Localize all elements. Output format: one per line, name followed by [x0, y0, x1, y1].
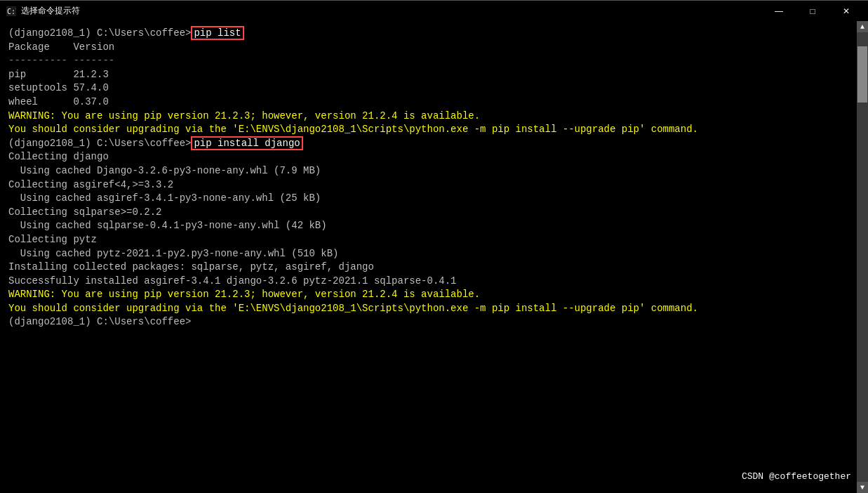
close-button[interactable]: ✕	[830, 1, 862, 22]
scroll-down-arrow[interactable]: ▼	[857, 482, 868, 493]
scroll-up-arrow[interactable]: ▲	[857, 21, 868, 32]
content-area: (django2108_1) C:\Users\coffee>pip listP…	[0, 21, 868, 493]
prompt-text: (django2108_1) C:\Users\coffee>	[8, 138, 191, 149]
scrollbar-thumb[interactable]	[857, 46, 867, 103]
terminal-line: Using cached Django-3.2.6-py3-none-any.w…	[8, 164, 848, 178]
terminal-line: Installing collected packages: sqlparse,…	[8, 261, 848, 275]
window-title: 选择命令提示符	[21, 5, 80, 17]
command-text: pip install django	[191, 136, 302, 150]
prompt-text: (django2108_1) C:\Users\coffee>	[8, 27, 191, 39]
minimize-button[interactable]: —	[763, 1, 795, 22]
terminal-line: wheel 0.37.0	[8, 96, 848, 110]
terminal-line: pip 21.2.3	[8, 68, 848, 82]
title-bar-left: C:\ 选择命令提示符	[6, 5, 80, 17]
scrollbar[interactable]: ▲ ▼	[857, 21, 868, 493]
terminal-line: Collecting pytz	[8, 233, 848, 247]
terminal-line: (django2108_1) C:\Users\coffee>pip insta…	[8, 137, 848, 151]
terminal-line: WARNING: You are using pip version 21.2.…	[8, 288, 848, 302]
terminal-line: ---------- -------	[8, 54, 848, 68]
command-text: pip list	[191, 26, 243, 40]
terminal-line: Using cached asgiref-3.4.1-py3-none-any.…	[8, 192, 848, 206]
title-bar-controls: — □ ✕	[763, 1, 862, 22]
terminal-icon: C:\	[6, 6, 17, 17]
terminal-line: Collecting django	[8, 150, 848, 164]
terminal-line: Package Version	[8, 41, 848, 55]
svg-text:C:\: C:\	[7, 8, 16, 15]
terminal-line: setuptools 57.4.0	[8, 81, 848, 96]
terminal-line: (django2108_1) C:\Users\coffee>pip list	[8, 27, 848, 41]
window: C:\ 选择命令提示符 — □ ✕ (django2108_1) C:\User…	[0, 0, 868, 493]
terminal-line: You should consider upgrading via the 'E…	[8, 302, 848, 316]
terminal-line: WARNING: You are using pip version 21.2.…	[8, 110, 848, 124]
terminal-line: Collecting asgiref<4,>=3.3.2	[8, 178, 848, 192]
terminal-line: (django2108_1) C:\Users\coffee>	[8, 315, 848, 329]
terminal-line: Successfully installed asgiref-3.4.1 dja…	[8, 275, 848, 289]
terminal-line: You should consider upgrading via the 'E…	[8, 123, 848, 137]
watermark: CSDN @coffeetogether	[742, 471, 851, 482]
title-bar: C:\ 选择命令提示符 — □ ✕	[0, 0, 868, 21]
terminal-line: Using cached pytz-2021.1-py2.py3-none-an…	[8, 247, 848, 261]
terminal[interactable]: (django2108_1) C:\Users\coffee>pip listP…	[0, 21, 857, 493]
terminal-line: Using cached sqlparse-0.4.1-py3-none-any…	[8, 219, 848, 233]
maximize-button[interactable]: □	[796, 1, 829, 22]
terminal-line: Collecting sqlparse>=0.2.2	[8, 206, 848, 220]
